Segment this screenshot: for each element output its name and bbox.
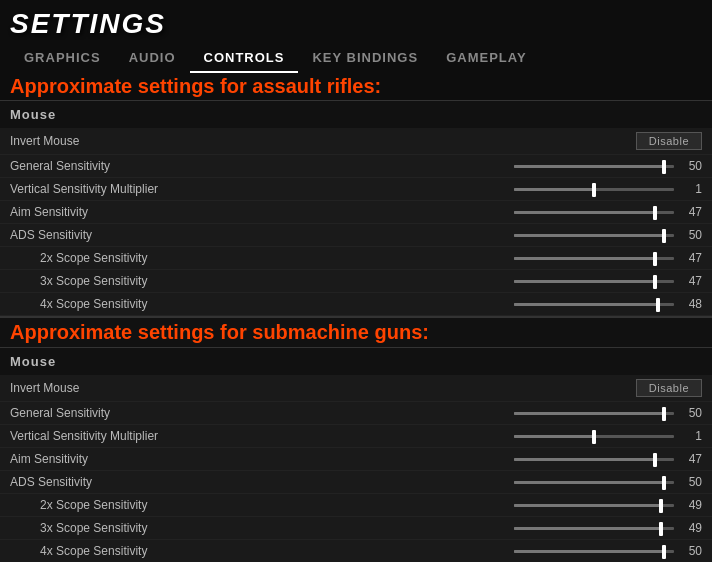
slider-value: 1 [680, 429, 702, 443]
slider-track[interactable] [514, 188, 674, 191]
slider-container: 47 [260, 251, 702, 265]
slider-value: 48 [680, 297, 702, 311]
slider-track[interactable] [514, 303, 674, 306]
slider-track[interactable] [514, 211, 674, 214]
slider-track[interactable] [514, 550, 674, 553]
slider-value: 47 [680, 205, 702, 219]
section1-header: Mouse [0, 100, 712, 128]
row-label: ADS Sensitivity [10, 228, 230, 242]
table-row: 3x Scope Sensitivity 47 [0, 270, 712, 293]
table-row: Vertical Sensitivity Multiplier 1 [0, 178, 712, 201]
invert-mouse-toggle-1[interactable]: Disable [636, 132, 702, 150]
slider-container: 1 [230, 182, 702, 196]
table-row: ADS Sensitivity 50 [0, 471, 712, 494]
slider-track[interactable] [514, 458, 674, 461]
row-label: 3x Scope Sensitivity [40, 521, 260, 535]
header: SETTINGS GRAPHICS AUDIO CONTROLS KEY BIN… [0, 0, 712, 73]
slider-container: 1 [230, 429, 702, 443]
slider-track[interactable] [514, 257, 674, 260]
row-label: Invert Mouse [10, 381, 230, 395]
page-title: SETTINGS [10, 8, 702, 40]
table-row: 4x Scope Sensitivity 48 [0, 293, 712, 316]
table-row: Vertical Sensitivity Multiplier 1 [0, 425, 712, 448]
slider-container: 47 [230, 452, 702, 466]
row-label: Aim Sensitivity [10, 452, 230, 466]
slider-value: 47 [680, 452, 702, 466]
annotation-smg: Approximate settings for submachine guns… [0, 316, 712, 347]
table-row: 2x Scope Sensitivity 47 [0, 247, 712, 270]
slider-value: 1 [680, 182, 702, 196]
slider-container: 49 [260, 498, 702, 512]
table-row: Aim Sensitivity 47 [0, 201, 712, 224]
row-label: 2x Scope Sensitivity [40, 251, 260, 265]
slider-container: 49 [260, 521, 702, 535]
content: Approximate settings for assault rifles:… [0, 73, 712, 562]
slider-container: 50 [230, 406, 702, 420]
row-label: Vertical Sensitivity Multiplier [10, 182, 230, 196]
row-label: Vertical Sensitivity Multiplier [10, 429, 230, 443]
slider-value: 47 [680, 274, 702, 288]
table-row: General Sensitivity 50 [0, 402, 712, 425]
slider-track[interactable] [514, 435, 674, 438]
slider-value: 50 [680, 159, 702, 173]
slider-value: 50 [680, 228, 702, 242]
slider-value: 50 [680, 406, 702, 420]
table-row: Aim Sensitivity 47 [0, 448, 712, 471]
row-label: 3x Scope Sensitivity [40, 274, 260, 288]
slider-container: 50 [230, 159, 702, 173]
row-label: 2x Scope Sensitivity [40, 498, 260, 512]
slider-container: 50 [230, 228, 702, 242]
slider-track[interactable] [514, 280, 674, 283]
slider-value: 47 [680, 251, 702, 265]
tab-graphics[interactable]: GRAPHICS [10, 44, 115, 73]
slider-value: 50 [680, 475, 702, 489]
row-label: General Sensitivity [10, 159, 230, 173]
slider-value: 49 [680, 521, 702, 535]
tab-gameplay[interactable]: GAMEPLAY [432, 44, 540, 73]
slider-container: 50 [260, 544, 702, 558]
section2-header: Mouse [0, 347, 712, 375]
slider-track[interactable] [514, 504, 674, 507]
tab-audio[interactable]: AUDIO [115, 44, 190, 73]
table-row: 2x Scope Sensitivity 49 [0, 494, 712, 517]
row-label: 4x Scope Sensitivity [40, 297, 260, 311]
row-label: 4x Scope Sensitivity [40, 544, 260, 558]
nav-tabs: GRAPHICS AUDIO CONTROLS KEY BINDINGS GAM… [10, 44, 702, 73]
slider-container: 48 [260, 297, 702, 311]
slider-track[interactable] [514, 481, 674, 484]
slider-track[interactable] [514, 412, 674, 415]
invert-mouse-toggle-2[interactable]: Disable [636, 379, 702, 397]
slider-container: 47 [260, 274, 702, 288]
row-label: Invert Mouse [10, 134, 230, 148]
slider-track[interactable] [514, 234, 674, 237]
slider-value: 50 [680, 544, 702, 558]
annotation-assault: Approximate settings for assault rifles: [0, 73, 712, 100]
table-row: Invert Mouse Disable [0, 128, 712, 155]
table-row: 3x Scope Sensitivity 49 [0, 517, 712, 540]
table-row: Invert Mouse Disable [0, 375, 712, 402]
row-control: Disable [230, 379, 702, 397]
slider-container: 47 [230, 205, 702, 219]
row-label: ADS Sensitivity [10, 475, 230, 489]
slider-track[interactable] [514, 527, 674, 530]
table-row: 4x Scope Sensitivity 50 [0, 540, 712, 562]
tab-controls[interactable]: CONTROLS [190, 44, 299, 73]
row-control: Disable [230, 132, 702, 150]
table-row: ADS Sensitivity 50 [0, 224, 712, 247]
row-label: General Sensitivity [10, 406, 230, 420]
tab-keybindings[interactable]: KEY BINDINGS [298, 44, 432, 73]
row-label: Aim Sensitivity [10, 205, 230, 219]
slider-value: 49 [680, 498, 702, 512]
slider-container: 50 [230, 475, 702, 489]
slider-track[interactable] [514, 165, 674, 168]
table-row: General Sensitivity 50 [0, 155, 712, 178]
